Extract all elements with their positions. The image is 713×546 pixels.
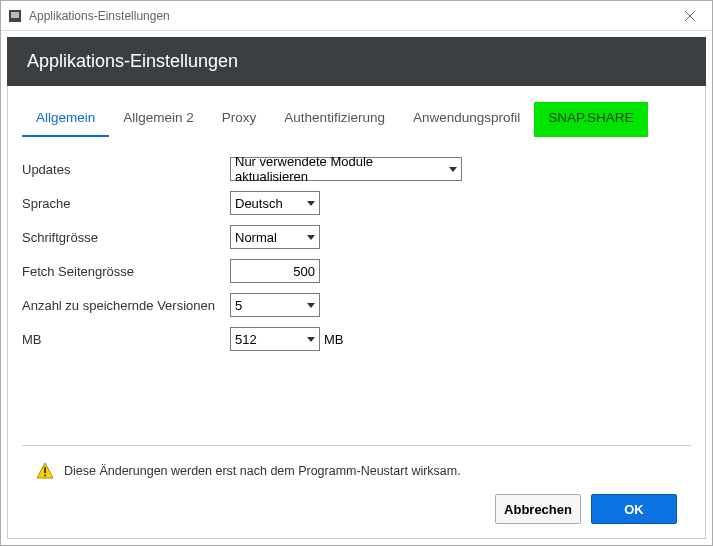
updates-value: Nur verwendete Module aktualisieren bbox=[235, 154, 443, 184]
content: Allgemein Allgemein 2 Proxy Authentifizi… bbox=[7, 86, 706, 539]
language-select[interactable]: Deutsch bbox=[230, 191, 320, 215]
tab-proxy[interactable]: Proxy bbox=[208, 102, 271, 137]
settings-window: Applikations-Einstellungen Applikations-… bbox=[0, 0, 713, 546]
form-area: Updates Nur verwendete Module aktualisie… bbox=[8, 139, 705, 538]
svg-rect-5 bbox=[44, 467, 46, 473]
window-close-button[interactable] bbox=[668, 1, 712, 31]
tab-snapshare[interactable]: SNAP.SHARE bbox=[534, 102, 647, 137]
ok-button[interactable]: OK bbox=[591, 494, 677, 524]
footer: Abbrechen OK bbox=[22, 480, 691, 538]
svg-rect-1 bbox=[11, 12, 19, 18]
fontsize-select[interactable]: Normal bbox=[230, 225, 320, 249]
tab-label: Proxy bbox=[222, 110, 257, 125]
app-icon bbox=[7, 8, 23, 24]
label-updates: Updates bbox=[22, 162, 230, 177]
mb-select[interactable]: 512 bbox=[230, 327, 320, 351]
tab-label: Allgemein bbox=[36, 110, 95, 125]
window-title: Applikations-Einstellungen bbox=[29, 9, 170, 23]
chevron-down-icon bbox=[307, 303, 315, 308]
chevron-down-icon bbox=[307, 337, 315, 342]
tab-anwendungsprofil[interactable]: Anwendungsprofil bbox=[399, 102, 534, 137]
tab-label: Allgemein 2 bbox=[123, 110, 194, 125]
tab-label: Anwendungsprofil bbox=[413, 110, 520, 125]
mb-value: 512 bbox=[235, 332, 257, 347]
chevron-down-icon bbox=[307, 235, 315, 240]
header-band: Applikations-Einstellungen bbox=[7, 37, 706, 86]
fetch-page-size-field[interactable] bbox=[235, 264, 315, 279]
tab-allgemein-2[interactable]: Allgemein 2 bbox=[109, 102, 208, 137]
tab-auth[interactable]: Authentifizierung bbox=[270, 102, 399, 137]
tab-bar: Allgemein Allgemein 2 Proxy Authentifizi… bbox=[8, 86, 705, 139]
close-icon bbox=[684, 10, 696, 22]
notice-text: Diese Änderungen werden erst nach dem Pr… bbox=[64, 464, 461, 478]
language-value: Deutsch bbox=[235, 196, 283, 211]
tab-label: SNAP.SHARE bbox=[548, 110, 633, 125]
tab-label: Authentifizierung bbox=[284, 110, 385, 125]
page-title: Applikations-Einstellungen bbox=[27, 51, 238, 71]
versions-select[interactable]: 5 bbox=[230, 293, 320, 317]
label-fontsize: Schriftgrösse bbox=[22, 230, 230, 245]
chevron-down-icon bbox=[307, 201, 315, 206]
updates-select[interactable]: Nur verwendete Module aktualisieren bbox=[230, 157, 462, 181]
label-versions: Anzahl zu speichernde Versionen bbox=[22, 298, 230, 313]
restart-notice: Diese Änderungen werden erst nach dem Pr… bbox=[22, 456, 691, 480]
fetch-page-size-input[interactable] bbox=[230, 259, 320, 283]
tab-allgemein[interactable]: Allgemein bbox=[22, 102, 109, 137]
svg-rect-6 bbox=[44, 475, 46, 477]
label-fetch-page-size: Fetch Seitengrösse bbox=[22, 264, 230, 279]
label-mb: MB bbox=[22, 332, 230, 347]
cancel-button[interactable]: Abbrechen bbox=[495, 494, 581, 524]
divider bbox=[22, 445, 691, 446]
label-language: Sprache bbox=[22, 196, 230, 211]
chevron-down-icon bbox=[449, 167, 457, 172]
versions-value: 5 bbox=[235, 298, 242, 313]
titlebar: Applikations-Einstellungen bbox=[1, 1, 712, 31]
fontsize-value: Normal bbox=[235, 230, 277, 245]
warning-icon bbox=[36, 462, 54, 480]
mb-suffix: MB bbox=[324, 332, 344, 347]
